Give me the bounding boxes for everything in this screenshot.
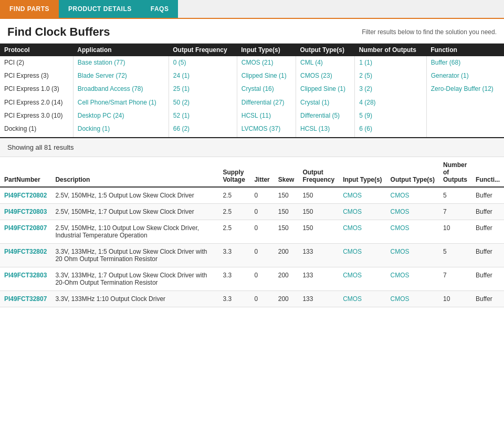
filter-link-function-1[interactable]: Generator (1) — [431, 71, 500, 81]
filter-link-num-outputs-0[interactable]: 1 (1) — [359, 58, 422, 68]
filter-cell-output-freq-0: 0 (5) — [169, 56, 237, 69]
filter-header-protocol: Protocol — [0, 44, 73, 56]
filter-link-function-0[interactable]: Buffer (68) — [431, 58, 500, 68]
result-link-input-types-5[interactable]: CMOS — [343, 295, 362, 303]
col-header-input-types: Input Type(s) — [339, 157, 386, 187]
result-link-output-types-3[interactable]: CMOS — [391, 248, 410, 255]
filter-link-output-type-4[interactable]: Differential (5) — [300, 111, 350, 121]
result-link-input-types-3[interactable]: CMOS — [343, 248, 362, 255]
filter-link-output-freq-5[interactable]: 66 (2) — [173, 124, 233, 134]
result-cell-function-0: Buffer — [471, 187, 504, 204]
filter-link-num-outputs-2[interactable]: 3 (2) — [359, 84, 422, 94]
result-link-input-types-4[interactable]: CMOS — [343, 272, 362, 279]
result-link-part-number-5[interactable]: PI49FCT32807 — [4, 295, 47, 303]
filter-link-input-type-2[interactable]: Crystal (16) — [242, 84, 291, 94]
result-cell-output-frequency-5: 133 — [298, 291, 339, 307]
filter-link-output-type-1[interactable]: CMOS (23) — [300, 71, 350, 81]
result-cell-output-types-2: CMOS — [386, 220, 439, 244]
filter-link-input-type-5[interactable]: LVCMOS (37) — [242, 124, 291, 134]
filter-link-output-type-0[interactable]: CML (4) — [300, 58, 350, 68]
tab-faqs[interactable]: FAQS — [141, 0, 178, 18]
result-cell-skew-1: 150 — [274, 204, 299, 220]
filter-link-num-outputs-4[interactable]: 5 (9) — [359, 111, 422, 121]
filter-cell-protocol-1: PCI Express (3) — [0, 69, 73, 82]
filter-link-input-type-1[interactable]: Clipped Sine (1) — [242, 71, 291, 81]
filter-link-output-type-5[interactable]: HCSL (13) — [300, 124, 350, 134]
result-link-input-types-1[interactable]: CMOS — [343, 208, 362, 215]
col-header-output-frequency: OutputFrequency — [298, 157, 339, 187]
filter-link-output-freq-0[interactable]: 0 (5) — [173, 58, 233, 68]
filter-cell-num-outputs-0: 1 (1) — [355, 56, 427, 69]
filter-link-output-freq-1[interactable]: 24 (1) — [173, 71, 233, 81]
filter-link-num-outputs-3[interactable]: 4 (28) — [359, 98, 422, 108]
result-link-part-number-2[interactable]: PI49FCT20807 — [4, 224, 47, 232]
col-header-function: Functi... — [471, 157, 504, 187]
result-cell-jitter-0: 0 — [250, 187, 274, 204]
filter-cell-num-outputs-2: 3 (2) — [355, 82, 427, 96]
filter-cell-output-freq-3: 50 (2) — [169, 96, 237, 109]
filter-link-output-freq-3[interactable]: 50 (2) — [173, 98, 233, 108]
filter-cell-application-5: Docking (1) — [73, 122, 169, 137]
result-cell-description-1: 2.5V, 150MHz, 1:7 Output Low Skew Clock … — [51, 204, 218, 220]
filter-cell-output-freq-5: 66 (2) — [169, 122, 237, 137]
result-cell-part-number-2: PI49FCT20807 — [0, 220, 51, 244]
result-cell-part-number-3: PI49FCT32802 — [0, 244, 51, 267]
filter-link-output-freq-2[interactable]: 25 (1) — [173, 84, 233, 94]
col-header-num-outputs: NumberofOutputs — [439, 157, 471, 187]
filter-link-application-0[interactable]: Base station (77) — [78, 58, 164, 68]
result-cell-num-outputs-0: 5 — [439, 187, 471, 204]
filter-link-application-2[interactable]: Broadband Access (78) — [78, 84, 164, 94]
result-link-output-types-0[interactable]: CMOS — [391, 192, 410, 199]
filter-link-num-outputs-1[interactable]: 2 (5) — [359, 71, 422, 81]
result-cell-num-outputs-1: 7 — [439, 204, 471, 220]
result-link-input-types-0[interactable]: CMOS — [343, 192, 362, 199]
results-info: Showing all 81 results — [0, 138, 504, 157]
filter-link-application-5[interactable]: Docking (1) — [78, 124, 164, 134]
filter-hint: Filter results below to find the solutio… — [362, 28, 497, 36]
filter-cell-function-3 — [426, 96, 504, 109]
result-cell-output-frequency-3: 133 — [298, 244, 339, 267]
filter-link-function-2[interactable]: Zero-Delay Buffer (12) — [431, 84, 500, 94]
filter-section: Protocol Application Output Frequency In… — [0, 44, 504, 138]
result-link-output-types-5[interactable]: CMOS — [391, 295, 410, 303]
result-link-part-number-0[interactable]: PI49FCT20802 — [4, 192, 47, 199]
filter-link-output-type-3[interactable]: Crystal (1) — [300, 98, 350, 108]
result-cell-input-types-2: CMOS — [339, 220, 386, 244]
tab-find-parts[interactable]: FIND PARTS — [0, 0, 59, 18]
filter-link-num-outputs-5[interactable]: 6 (6) — [359, 124, 422, 134]
filter-text-protocol-0: PCI (2) — [4, 58, 69, 68]
filter-cell-num-outputs-5: 6 (6) — [355, 122, 427, 137]
filter-header-application: Application — [73, 44, 169, 56]
filter-link-output-freq-4[interactable]: 52 (1) — [173, 111, 233, 121]
result-cell-input-types-3: CMOS — [339, 244, 386, 267]
filter-cell-application-2: Broadband Access (78) — [73, 82, 169, 96]
result-cell-output-types-5: CMOS — [386, 291, 439, 307]
filter-cell-num-outputs-1: 2 (5) — [355, 69, 427, 82]
result-cell-input-types-1: CMOS — [339, 204, 386, 220]
result-link-part-number-4[interactable]: PI49FCT32803 — [4, 272, 47, 279]
tab-product-details[interactable]: PRODUCT DETAILS — [59, 0, 141, 18]
filter-link-application-3[interactable]: Cell Phone/Smart Phone (1) — [78, 98, 164, 108]
filter-link-output-type-2[interactable]: Clipped Sine (1) — [300, 84, 350, 94]
result-link-input-types-2[interactable]: CMOS — [343, 224, 362, 232]
result-link-output-types-2[interactable]: CMOS — [391, 224, 410, 232]
filter-link-application-4[interactable]: Desktop PC (24) — [78, 111, 164, 121]
filter-link-input-type-3[interactable]: Differential (27) — [242, 98, 291, 108]
filter-cell-output-freq-1: 24 (1) — [169, 69, 237, 82]
filter-link-input-type-0[interactable]: CMOS (21) — [242, 58, 291, 68]
result-cell-num-outputs-5: 10 — [439, 291, 471, 307]
filter-link-input-type-4[interactable]: HCSL (11) — [242, 111, 291, 121]
filter-link-application-1[interactable]: Blade Server (72) — [78, 71, 164, 81]
result-cell-function-3: Buffer — [471, 244, 504, 267]
result-link-part-number-3[interactable]: PI49FCT32802 — [4, 248, 47, 255]
filter-text-protocol-5: Docking (1) — [4, 124, 69, 134]
result-link-part-number-1[interactable]: PI49FCT20803 — [4, 208, 47, 215]
result-cell-skew-5: 200 — [274, 291, 299, 307]
filter-cell-protocol-2: PCI Express 1.0 (3) — [0, 82, 73, 96]
result-link-output-types-4[interactable]: CMOS — [391, 272, 410, 279]
result-cell-jitter-2: 0 — [250, 220, 274, 244]
filter-text-protocol-1: PCI Express (3) — [4, 71, 69, 81]
result-link-output-types-1[interactable]: CMOS — [391, 208, 410, 215]
filter-cell-output-freq-4: 52 (1) — [169, 109, 237, 122]
col-header-supply-voltage: SupplyVoltage — [218, 157, 250, 187]
